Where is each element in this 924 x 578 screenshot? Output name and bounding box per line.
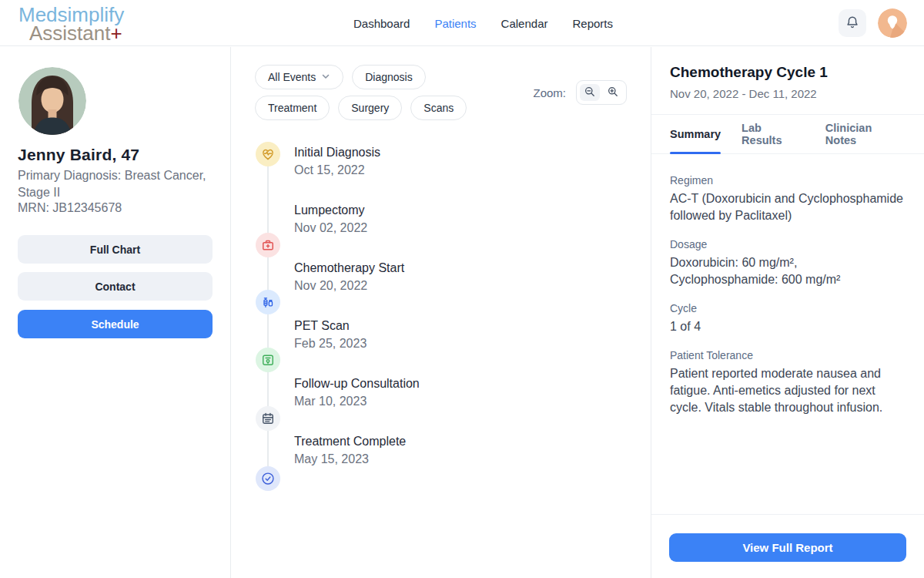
- full-chart-button[interactable]: Full Chart: [18, 235, 213, 264]
- schedule-button[interactable]: Schedule: [18, 310, 213, 338]
- contact-button[interactable]: Contact: [18, 272, 213, 301]
- timeline-event-follow-up-consultation[interactable]: Follow-up Consultation Mar 10, 2023: [294, 376, 420, 408]
- view-full-report-button[interactable]: View Full Report: [669, 533, 906, 562]
- event-date: Mar 10, 2023: [294, 395, 420, 408]
- detail-date-range: Nov 20, 2022 - Dec 11, 2022: [670, 87, 906, 100]
- medical-kit-icon: [256, 233, 280, 257]
- main-nav: Dashboard Patients Calendar Reports: [353, 0, 613, 46]
- timeline-event-chemotherapy-start[interactable]: Chemotherapy Start Nov 20, 2022: [294, 260, 404, 293]
- timeline-event-treatment-complete[interactable]: Treatment Complete May 15, 2023: [294, 434, 406, 466]
- section-value: 1 of 4: [670, 318, 906, 335]
- event-title: Treatment Complete: [294, 434, 406, 449]
- event-detail-panel: Chemotherapy Cycle 1 Nov 20, 2022 - Dec …: [651, 47, 924, 578]
- zoom-in-icon: [607, 86, 619, 100]
- nav-item-patients[interactable]: Patients: [434, 17, 476, 30]
- section-value: Patient reported moderate nausea and fat…: [670, 365, 906, 416]
- event-title: Chemotherapy Start: [294, 260, 404, 276]
- app-logo: Medsimplify Assistant+: [18, 5, 124, 45]
- filter-diagnosis[interactable]: Diagnosis: [352, 65, 425, 89]
- zoom-label: Zoom:: [533, 86, 566, 99]
- detail-header: Chemotherapy Cycle 1 Nov 20, 2022 - Dec …: [670, 64, 906, 100]
- zoom-in-button[interactable]: [603, 84, 623, 101]
- nav-item-dashboard[interactable]: Dashboard: [353, 17, 410, 30]
- event-title: Initial Diagnosis: [294, 145, 380, 160]
- timeline-event-lumpectomy[interactable]: Lumpectomy Nov 02, 2022: [294, 203, 367, 235]
- nav-item-calendar[interactable]: Calendar: [501, 17, 548, 30]
- bell-icon: [845, 15, 859, 32]
- event-date: Nov 02, 2022: [294, 221, 367, 235]
- notifications-button[interactable]: [839, 9, 866, 37]
- detail-footer: View Full Report: [651, 514, 924, 578]
- syringe-vial-icon: [256, 290, 280, 314]
- logo-plus-sign: +: [111, 22, 122, 45]
- section-dosage: Dosage Doxorubicin: 60 mg/m², Cyclophosp…: [670, 238, 906, 288]
- section-label: Regimen: [670, 174, 906, 187]
- section-label: Patient Tolerance: [670, 349, 906, 361]
- patient-diagnosis: Primary Diagnosis: Breast Cancer, Stage …: [18, 167, 216, 201]
- tab-clinician-notes[interactable]: Clinician Notes: [825, 115, 906, 153]
- event-title: PET Scan: [294, 318, 367, 334]
- event-date: May 15, 2023: [294, 452, 406, 466]
- filter-surgery[interactable]: Surgery: [338, 96, 402, 120]
- event-date: Oct 15, 2022: [294, 163, 380, 177]
- detail-tabs: Summary Lab Results Clinician Notes: [651, 115, 924, 154]
- heart-pulse-icon: [256, 142, 280, 166]
- event-title: Follow-up Consultation: [294, 376, 420, 391]
- patient-name: Jenny Baird, 47: [18, 146, 139, 164]
- tab-lab-results[interactable]: Lab Results: [742, 115, 805, 153]
- event-date: Nov 20, 2022: [294, 279, 404, 293]
- patient-photo: [18, 67, 86, 135]
- nav-item-reports[interactable]: Reports: [572, 17, 613, 30]
- section-patient-tolerance: Patient Tolerance Patient reported moder…: [670, 349, 906, 416]
- zoom-control: Zoom:: [533, 80, 627, 105]
- patient-mrn: MRN: JB12345678: [18, 201, 122, 215]
- section-regimen: Regimen AC-T (Doxorubicin and Cyclophosp…: [670, 174, 906, 224]
- timeline-event-pet-scan[interactable]: PET Scan Feb 25, 2023: [294, 318, 367, 351]
- topbar-right: [839, 8, 907, 38]
- section-cycle: Cycle 1 of 4: [670, 302, 906, 335]
- zoom-out-icon: [584, 86, 596, 100]
- zoom-button-group: [576, 80, 627, 105]
- filter-treatment[interactable]: Treatment: [255, 96, 330, 120]
- app: Medsimplify Assistant+ Dashboard Patient…: [0, 0, 924, 578]
- event-filters: All Events Diagnosis Treatment Surgery S…: [255, 65, 509, 120]
- event-title: Lumpectomy: [294, 203, 367, 218]
- check-circle-icon: [256, 466, 280, 491]
- user-avatar[interactable]: [878, 8, 907, 38]
- zoom-out-button[interactable]: [580, 84, 600, 101]
- filter-all-events[interactable]: All Events: [255, 65, 343, 89]
- section-value: AC-T (Doxorubicin and Cyclophosphamide f…: [670, 190, 906, 224]
- patient-sidebar: Jenny Baird, 47 Primary Diagnosis: Breas…: [0, 47, 231, 578]
- section-value: Doxorubicin: 60 mg/m², Cyclophosphamide:…: [670, 254, 906, 288]
- filter-scans[interactable]: Scans: [410, 96, 467, 120]
- section-label: Cycle: [670, 302, 906, 314]
- tab-summary[interactable]: Summary: [670, 115, 721, 153]
- summary-sections: Regimen AC-T (Doxorubicin and Cyclophosp…: [651, 154, 924, 430]
- timeline-panel: All Events Diagnosis Treatment Surgery S…: [231, 47, 651, 578]
- event-date: Feb 25, 2023: [294, 337, 367, 351]
- calendar-icon: [256, 406, 280, 431]
- scan-icon: [256, 348, 280, 372]
- timeline-event-initial-diagnosis[interactable]: Initial Diagnosis Oct 15, 2022: [294, 145, 380, 177]
- detail-title: Chemotherapy Cycle 1: [670, 64, 906, 81]
- top-bar: Medsimplify Assistant+ Dashboard Patient…: [0, 0, 924, 46]
- section-label: Dosage: [670, 238, 906, 250]
- chevron-down-icon: [321, 71, 330, 83]
- logo-line2: Assistant+: [29, 23, 124, 44]
